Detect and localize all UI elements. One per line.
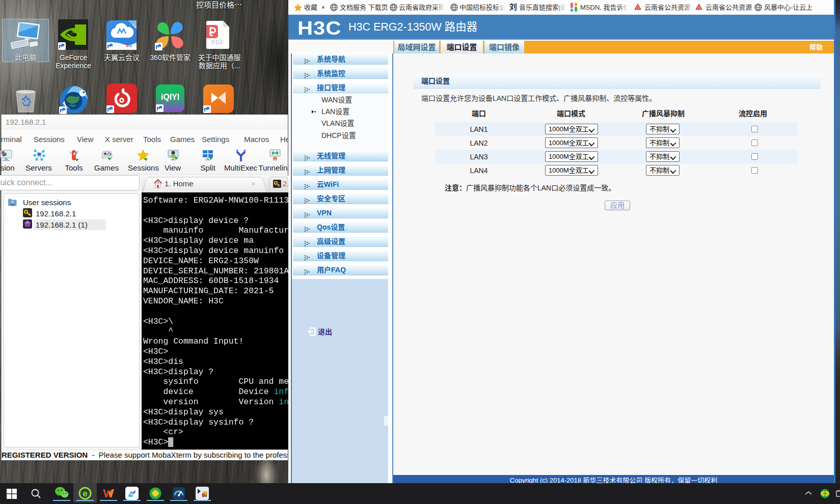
svg-text:5G: 5G bbox=[126, 43, 132, 48]
svg-text:PDF: PDF bbox=[211, 39, 224, 45]
svg-text:Meeting: Meeting bbox=[114, 35, 128, 38]
svg-text:e: e bbox=[83, 489, 87, 498]
